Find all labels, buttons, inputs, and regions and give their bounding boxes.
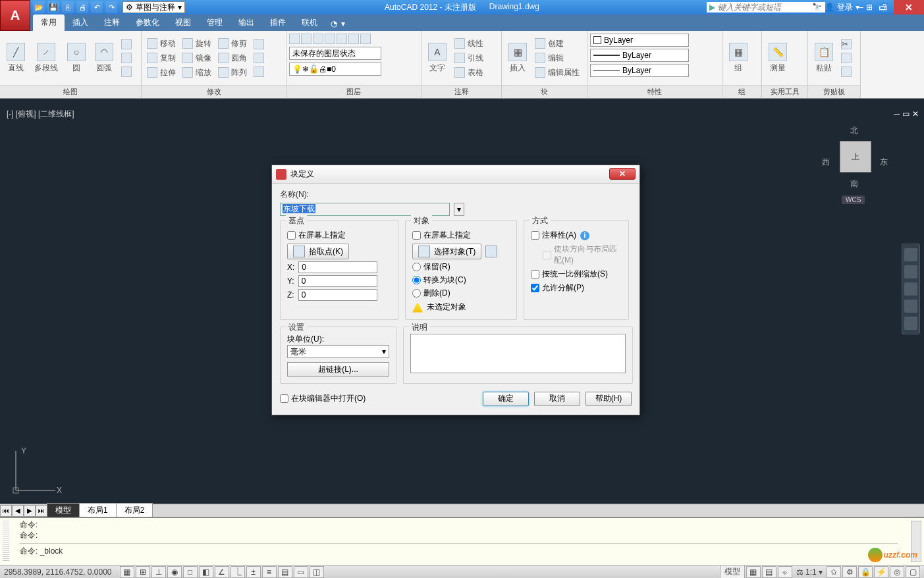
allow-explode-checkbox[interactable]: 允许分解(P): [531, 282, 622, 294]
close-icon[interactable]: ✕: [912, 109, 919, 118]
sc-toggle[interactable]: ◫: [310, 566, 324, 578]
x-input[interactable]: [298, 261, 377, 273]
hyperlink-button[interactable]: 超链接(L)...: [287, 362, 389, 377]
orbit-icon[interactable]: [904, 300, 917, 313]
viewcube-top[interactable]: 上: [840, 141, 871, 172]
tab-insert[interactable]: 插入: [65, 14, 96, 31]
ok-button[interactable]: 确定: [483, 392, 529, 406]
cmd-prompt[interactable]: 命令: _block: [20, 543, 898, 556]
polar-toggle[interactable]: ◉: [167, 566, 182, 578]
uniform-scale-checkbox[interactable]: 按统一比例缩放(S): [531, 269, 622, 280]
close-button[interactable]: ✕: [894, 0, 924, 14]
delete-radio[interactable]: 删除(D): [412, 288, 510, 299]
tab-view[interactable]: 视图: [167, 14, 199, 31]
stretch-button[interactable]: 拉伸: [144, 66, 178, 80]
hatch-button[interactable]: [119, 51, 134, 65]
create-block-button[interactable]: 创建: [532, 37, 582, 51]
basepoint-onscreen-checkbox[interactable]: 在屏幕上指定: [287, 230, 391, 241]
chevron-down-icon[interactable]: ▾: [454, 203, 464, 216]
paste-button[interactable]: 📋粘贴: [811, 41, 837, 75]
edit-block-button[interactable]: 编辑: [532, 51, 582, 65]
annotative-checkbox[interactable]: 注释性(A)i: [531, 230, 622, 241]
zoom-icon[interactable]: [904, 282, 917, 296]
search-input[interactable]: [718, 3, 810, 12]
circle-button[interactable]: ○圆: [63, 41, 90, 75]
showmotion-icon[interactable]: [904, 317, 917, 330]
layer-icon[interactable]: [360, 34, 371, 44]
tab-first-icon[interactable]: ⏮: [0, 505, 12, 517]
offset-button[interactable]: [251, 65, 267, 78]
move-button[interactable]: 移动: [144, 37, 178, 51]
ortho-toggle[interactable]: ⊥: [151, 566, 166, 578]
viewport-label[interactable]: [-] [俯视] [二维线框]: [7, 109, 74, 120]
array-button[interactable]: 阵列: [215, 66, 250, 80]
lineweight-dropdown[interactable]: ByLayer: [590, 49, 689, 62]
select-objects-button[interactable]: 选择对象(T): [412, 244, 481, 259]
saveas-icon[interactable]: ⎘: [62, 1, 74, 13]
tab-parametric[interactable]: 参数化: [128, 14, 167, 31]
layer-icon[interactable]: [348, 34, 359, 44]
grid-toggle[interactable]: ⊞: [136, 566, 150, 578]
help-button[interactable]: 帮助(H): [585, 392, 632, 406]
dialog-titlebar[interactable]: 块定义 ✕: [272, 165, 639, 184]
cleanscreen-icon[interactable]: ▢: [906, 566, 920, 578]
tab-annotate[interactable]: 注释: [96, 14, 128, 31]
model-tab[interactable]: 模型: [47, 503, 80, 518]
viewcube-north[interactable]: 北: [850, 125, 858, 136]
minimize-button[interactable]: ─: [849, 0, 871, 14]
quickselect-icon[interactable]: [485, 246, 497, 257]
minimize-icon[interactable]: ─: [894, 109, 900, 118]
convert-radio[interactable]: 转换为块(C): [412, 275, 510, 286]
copy-clip-button[interactable]: [838, 51, 854, 65]
layer-icon[interactable]: [301, 34, 312, 44]
layout2-tab[interactable]: 布局2: [116, 503, 153, 518]
cut-button[interactable]: ✂: [838, 38, 854, 51]
group-button[interactable]: ▦组: [725, 41, 751, 75]
tab-output[interactable]: 输出: [231, 14, 262, 31]
maximize-icon[interactable]: ▭: [902, 109, 910, 118]
dialog-close-button[interactable]: ✕: [609, 168, 636, 180]
layer-state-dropdown[interactable]: 未保存的图层状态: [289, 47, 381, 60]
pan-icon[interactable]: [904, 265, 917, 278]
explode-button[interactable]: [251, 51, 267, 65]
rotate-button[interactable]: 旋转: [180, 37, 214, 51]
block-name-input[interactable]: 东坡下载: [280, 203, 450, 216]
insert-block-button[interactable]: ▦插入: [504, 41, 531, 75]
3dosnap-toggle[interactable]: ◧: [199, 566, 213, 578]
trim-button[interactable]: 修剪: [215, 37, 250, 51]
maximize-button[interactable]: ▭: [871, 0, 894, 14]
viewcube-wcs[interactable]: WCS: [842, 196, 865, 204]
layout1-tab[interactable]: 布局1: [79, 503, 117, 518]
annovis-icon[interactable]: ✩: [827, 566, 841, 578]
linear-button[interactable]: 线性: [452, 37, 486, 51]
ellipse-button[interactable]: [119, 65, 134, 78]
layer-icon[interactable]: [289, 34, 300, 44]
isolate-icon[interactable]: ◎: [890, 566, 904, 578]
qp-toggle[interactable]: ▭: [294, 566, 308, 578]
mirror-button[interactable]: 镜像: [180, 51, 214, 65]
open-icon[interactable]: 📂: [33, 1, 45, 13]
tab-next-icon[interactable]: ▶: [24, 505, 36, 517]
otrack-toggle[interactable]: ∠: [215, 566, 229, 578]
objects-onscreen-checkbox[interactable]: 在屏幕上指定: [412, 230, 510, 241]
copy-button[interactable]: 复制: [144, 51, 178, 65]
tab-home[interactable]: 常用: [33, 14, 65, 31]
workspace-switch-icon[interactable]: ⚙: [842, 566, 857, 578]
pick-point-button[interactable]: 拾取点(K): [287, 244, 349, 259]
text-button[interactable]: A文字: [424, 41, 450, 75]
polyline-button[interactable]: ⟋多段线: [30, 41, 62, 75]
info-icon[interactable]: i: [580, 231, 589, 240]
retain-radio[interactable]: 保留(R): [412, 261, 510, 273]
infocenter-search[interactable]: ▶: [707, 2, 825, 13]
cmdline-grip[interactable]: [3, 521, 9, 562]
undo-icon[interactable]: ↶: [91, 1, 103, 13]
tab-manage[interactable]: 管理: [199, 14, 231, 31]
z-input[interactable]: [298, 289, 377, 301]
viewcube[interactable]: 北 南 西 东 上 WCS: [819, 125, 891, 204]
table-button[interactable]: 表格: [452, 66, 486, 80]
cancel-button[interactable]: 取消: [534, 392, 580, 406]
tab-last-icon[interactable]: ⏭: [36, 505, 47, 517]
ducs-toggle[interactable]: ⎿: [231, 566, 245, 578]
layer-icon[interactable]: [325, 34, 335, 44]
tab-plugins[interactable]: 插件: [262, 14, 294, 31]
